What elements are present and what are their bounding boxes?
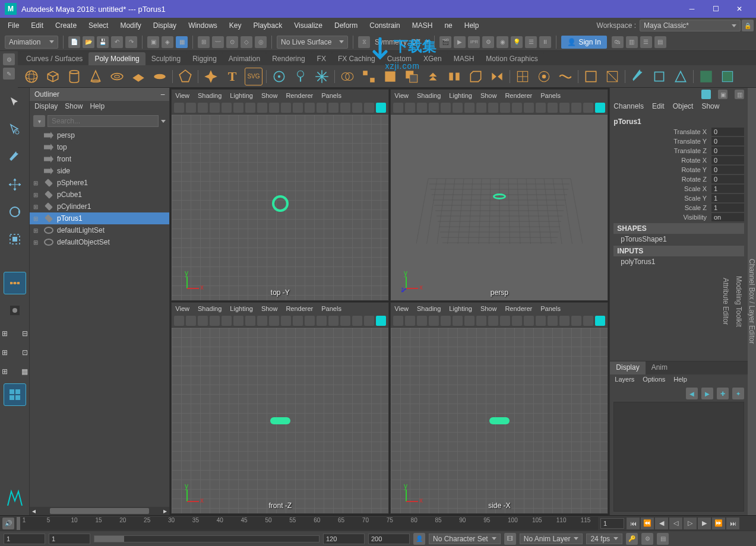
- step-fwd-button[interactable]: ▶: [698, 518, 711, 529]
- boolean-icon[interactable]: [403, 68, 420, 85]
- menu-file[interactable]: File: [2, 20, 24, 31]
- poly-type-icon[interactable]: T: [223, 68, 241, 85]
- layout-grid-a-icon[interactable]: ⊞: [0, 326, 14, 341]
- poly-platonic-icon[interactable]: [176, 68, 194, 85]
- menu-modify[interactable]: Modify: [115, 20, 146, 31]
- vp-toolbar-icon[interactable]: [293, 316, 303, 326]
- separate-icon[interactable]: [360, 68, 378, 85]
- shelf-tab-rendering[interactable]: Rendering: [266, 52, 311, 65]
- vp-toolbar-icon[interactable]: [305, 316, 315, 326]
- go-start-button[interactable]: ⏮: [627, 518, 640, 529]
- outliner-toggle-icon[interactable]: ☰: [640, 36, 652, 48]
- move-tool[interactable]: [4, 173, 26, 196]
- attr-editor-toggle-icon[interactable]: ▤: [654, 36, 666, 48]
- panel-close-icon[interactable]: –: [161, 90, 165, 99]
- render-settings-icon[interactable]: ⚙: [482, 36, 494, 48]
- vp-toolbar-icon[interactable]: [393, 316, 403, 326]
- outliner-item-pTorus1[interactable]: ⊞pTorus1: [30, 212, 169, 224]
- bridge-icon[interactable]: [445, 68, 463, 85]
- mirror-icon[interactable]: [488, 68, 506, 85]
- edge-flow-icon[interactable]: [556, 68, 574, 85]
- wedge-icon[interactable]: [672, 68, 689, 85]
- range-out-field[interactable]: [323, 534, 365, 544]
- hypershade-icon[interactable]: ◉: [496, 36, 508, 48]
- vp-toolbar-icon[interactable]: [222, 316, 232, 326]
- menu-visualize[interactable]: Visualize: [289, 20, 328, 31]
- step-back-button[interactable]: ◀: [655, 518, 668, 529]
- chtab-object[interactable]: Object: [673, 102, 694, 113]
- vp-toolbar-icon[interactable]: [476, 103, 486, 113]
- viewport-canvas[interactable]: yxfront -Z: [172, 328, 388, 513]
- outliner-hscroll[interactable]: ◂▸: [30, 507, 169, 515]
- poly-cone-icon[interactable]: [87, 68, 105, 85]
- target-weld-icon[interactable]: [535, 68, 553, 85]
- vp-toolbar-icon[interactable]: [352, 316, 362, 326]
- char-set-icon[interactable]: 👤: [413, 533, 425, 545]
- layout-grid-c-icon[interactable]: ⊞: [0, 345, 14, 360]
- close-button[interactable]: ✕: [727, 1, 751, 17]
- snap-together-icon[interactable]: [292, 68, 309, 85]
- play-fwd-button[interactable]: ▷: [684, 518, 697, 529]
- channel-value[interactable]: 1: [711, 194, 744, 202]
- chbox-icon-c[interactable]: ▥: [735, 90, 744, 99]
- vp-toolbar-icon[interactable]: [281, 103, 291, 113]
- vp-menu-show[interactable]: Show: [480, 92, 497, 99]
- vp-toolbar-icon[interactable]: [364, 316, 374, 326]
- select-tool[interactable]: [4, 91, 26, 114]
- channel-value[interactable]: 0: [711, 137, 744, 145]
- render-setup-icon[interactable]: ☰: [525, 36, 537, 48]
- vp-menu-renderer[interactable]: Renderer: [505, 305, 532, 312]
- create-poly-icon[interactable]: [603, 68, 621, 85]
- vp-menu-view[interactable]: View: [394, 92, 409, 99]
- soft-select-icon[interactable]: [270, 68, 288, 85]
- vp-toolbar-icon[interactable]: [417, 103, 427, 113]
- vp-toolbar-icon[interactable]: [512, 316, 522, 326]
- sculpt-icon[interactable]: [629, 68, 647, 85]
- vp-menu-panels[interactable]: Panels: [540, 92, 561, 99]
- menu-ne[interactable]: ne: [439, 20, 457, 31]
- vp-menu-view[interactable]: View: [394, 305, 409, 312]
- channel-value[interactable]: on: [711, 213, 744, 221]
- layer-move-down-icon[interactable]: ▶: [701, 388, 713, 399]
- vp-menu-renderer[interactable]: Renderer: [505, 92, 532, 99]
- vp-toolbar-icon[interactable]: [536, 103, 546, 113]
- vp-toolbar-icon[interactable]: [340, 316, 350, 326]
- time-audio-icon[interactable]: 🔊: [2, 518, 14, 529]
- vp-menu-renderer[interactable]: Renderer: [286, 305, 313, 312]
- outliner-list[interactable]: persptopfrontside⊞pSphere1⊞pCube1⊞pCylin…: [30, 128, 169, 507]
- outliner-item-side[interactable]: side: [30, 165, 169, 177]
- vp-menu-lighting[interactable]: Lighting: [449, 92, 472, 99]
- menu-select[interactable]: Select: [83, 20, 113, 31]
- vp-toolbar-icon[interactable]: [476, 316, 486, 326]
- vp-toolbar-icon[interactable]: [583, 316, 593, 326]
- save-scene-icon[interactable]: 💾: [97, 36, 109, 48]
- vp-menu-show[interactable]: Show: [480, 305, 497, 312]
- char-set-dropdown[interactable]: No Character Set: [429, 534, 501, 544]
- range-end-field[interactable]: [368, 534, 410, 544]
- vp-toolbar-icon[interactable]: [257, 103, 267, 113]
- toolbox-toggle-icon[interactable]: ▥: [626, 36, 638, 48]
- vp-menu-shading[interactable]: Shading: [417, 92, 441, 99]
- vp-toolbar-icon[interactable]: [559, 316, 570, 326]
- vp-toolbar-icon[interactable]: [488, 316, 498, 326]
- vp-toolbar-icon[interactable]: [269, 316, 279, 326]
- vp-menu-shading[interactable]: Shading: [198, 305, 222, 312]
- shelf-tab-motion[interactable]: Motion Graphics: [480, 52, 543, 65]
- workspace-selector[interactable]: Maya Classic*: [640, 20, 741, 31]
- vp-menu-show[interactable]: Show: [261, 92, 278, 99]
- layout-grid-e-icon[interactable]: ⊞: [0, 364, 14, 379]
- shelf-tab-rigging[interactable]: Rigging: [186, 52, 223, 65]
- vp-menu-lighting[interactable]: Lighting: [449, 305, 472, 312]
- vp-menu-view[interactable]: View: [175, 92, 189, 99]
- maximize-button[interactable]: ☐: [704, 1, 727, 17]
- open-scene-icon[interactable]: 📂: [83, 36, 94, 48]
- vp-toolbar-icon[interactable]: [417, 316, 427, 326]
- vp-toolbar-icon[interactable]: [257, 316, 267, 326]
- uv-editor-icon[interactable]: [697, 68, 715, 85]
- vp-toolbar-icon[interactable]: [595, 316, 605, 326]
- vp-toolbar-icon[interactable]: [464, 103, 475, 113]
- vp-toolbar-icon[interactable]: [317, 103, 327, 113]
- menu-mash[interactable]: MASH: [407, 20, 438, 31]
- range-in-field[interactable]: [49, 534, 90, 544]
- redo-icon[interactable]: ↷: [125, 36, 137, 48]
